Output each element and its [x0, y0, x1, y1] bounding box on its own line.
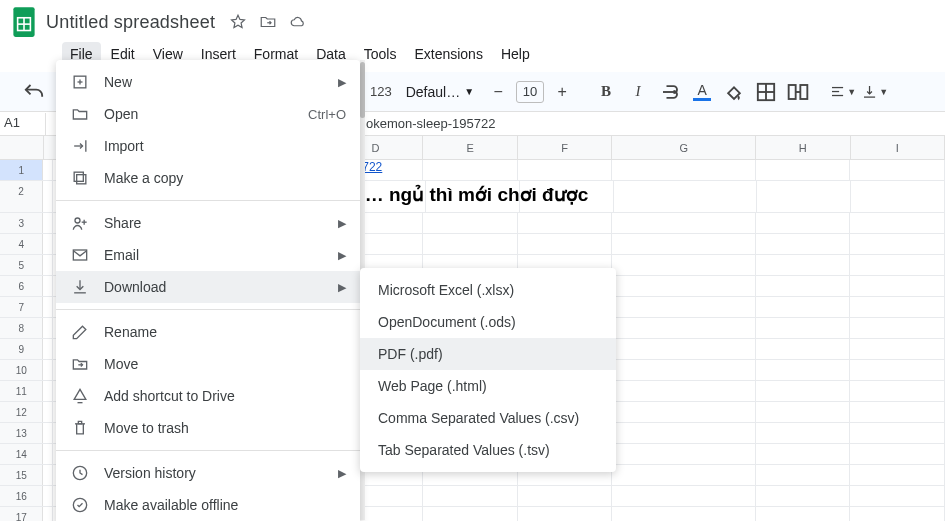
- row-header[interactable]: 4: [0, 234, 43, 254]
- submenu-item-xlsx[interactable]: Microsoft Excel (.xlsx): [360, 274, 616, 306]
- cell[interactable]: [756, 486, 851, 506]
- cell[interactable]: [423, 486, 518, 506]
- cell[interactable]: [850, 318, 945, 338]
- cell[interactable]: [43, 213, 53, 233]
- cell[interactable]: [426, 181, 520, 212]
- number-format-button[interactable]: 123: [366, 78, 396, 106]
- col-header[interactable]: E: [423, 136, 518, 159]
- cell[interactable]: [423, 213, 518, 233]
- move-folder-icon[interactable]: [259, 13, 277, 31]
- cell[interactable]: [612, 444, 756, 464]
- cell[interactable]: [43, 181, 53, 212]
- submenu-item-tsv[interactable]: Tab Separated Values (.tsv): [360, 434, 616, 466]
- submenu-item-html[interactable]: Web Page (.html): [360, 370, 616, 402]
- cell[interactable]: [756, 297, 851, 317]
- cell[interactable]: [43, 444, 53, 464]
- menu-item-offline[interactable]: Make available offline: [56, 489, 360, 521]
- col-header[interactable]: I: [851, 136, 946, 159]
- cell[interactable]: [43, 507, 53, 521]
- cell[interactable]: [850, 402, 945, 422]
- cell[interactable]: [518, 213, 613, 233]
- submenu-item-pdf[interactable]: PDF (.pdf): [360, 338, 616, 370]
- cell[interactable]: [756, 381, 851, 401]
- cell[interactable]: [850, 444, 945, 464]
- cell[interactable]: [756, 213, 851, 233]
- menu-item-move[interactable]: Move: [56, 348, 360, 380]
- col-header[interactable]: H: [756, 136, 851, 159]
- cell[interactable]: [423, 160, 518, 180]
- cell[interactable]: [43, 339, 53, 359]
- row-header[interactable]: 6: [0, 276, 43, 296]
- cell[interactable]: [520, 181, 614, 212]
- cell[interactable]: [850, 465, 945, 485]
- row-header[interactable]: 14: [0, 444, 43, 464]
- cell[interactable]: [612, 423, 756, 443]
- borders-button[interactable]: [752, 78, 780, 106]
- cell[interactable]: [851, 181, 945, 212]
- cell[interactable]: [756, 276, 851, 296]
- cell[interactable]: [612, 465, 756, 485]
- scrollbar-thumb[interactable]: [360, 62, 365, 118]
- menu-item-trash[interactable]: Move to trash: [56, 412, 360, 444]
- cell[interactable]: [757, 181, 851, 212]
- row-header[interactable]: 12: [0, 402, 43, 422]
- row-header[interactable]: 10: [0, 360, 43, 380]
- merge-cells-button[interactable]: [784, 78, 812, 106]
- cell[interactable]: [612, 402, 756, 422]
- submenu-item-csv[interactable]: Comma Separated Values (.csv): [360, 402, 616, 434]
- cell[interactable]: [43, 276, 53, 296]
- cell[interactable]: [850, 360, 945, 380]
- star-icon[interactable]: [229, 13, 247, 31]
- menu-item-add-shortcut[interactable]: Add shortcut to Drive: [56, 380, 360, 412]
- cell[interactable]: [612, 160, 756, 180]
- undo-button[interactable]: [20, 78, 48, 106]
- menu-extensions[interactable]: Extensions: [406, 42, 490, 66]
- name-box[interactable]: A1: [0, 113, 46, 135]
- cell[interactable]: [43, 423, 53, 443]
- cell[interactable]: [850, 276, 945, 296]
- cell[interactable]: [850, 423, 945, 443]
- vertical-align-button[interactable]: ▼: [860, 78, 888, 106]
- cell[interactable]: [43, 465, 53, 485]
- fill-color-button[interactable]: [720, 78, 748, 106]
- cell[interactable]: [614, 181, 757, 212]
- cell[interactable]: [756, 423, 851, 443]
- cell[interactable]: [756, 507, 851, 521]
- cell[interactable]: [612, 507, 756, 521]
- font-size-increase[interactable]: +: [548, 78, 576, 106]
- cell[interactable]: [43, 160, 53, 180]
- strikethrough-button[interactable]: [656, 78, 684, 106]
- cell[interactable]: [612, 234, 756, 254]
- cell[interactable]: [756, 360, 851, 380]
- cell[interactable]: [43, 255, 53, 275]
- cell[interactable]: [756, 255, 851, 275]
- font-size-decrease[interactable]: −: [484, 78, 512, 106]
- italic-button[interactable]: I: [624, 78, 652, 106]
- cell[interactable]: [43, 486, 53, 506]
- cell[interactable]: [850, 486, 945, 506]
- cell[interactable]: [43, 381, 53, 401]
- font-size-input[interactable]: 10: [516, 81, 544, 103]
- menu-item-rename[interactable]: Rename: [56, 316, 360, 348]
- menu-item-open[interactable]: OpenCtrl+O: [56, 98, 360, 130]
- cell[interactable]: [850, 297, 945, 317]
- cell[interactable]: [518, 234, 613, 254]
- cell[interactable]: [43, 402, 53, 422]
- cell[interactable]: [612, 486, 756, 506]
- cell[interactable]: [850, 213, 945, 233]
- menu-item-make-copy[interactable]: Make a copy: [56, 162, 360, 194]
- cell[interactable]: [850, 160, 945, 180]
- cell[interactable]: [850, 381, 945, 401]
- cell[interactable]: [612, 213, 756, 233]
- sheets-logo[interactable]: [10, 4, 38, 40]
- cell[interactable]: [43, 360, 53, 380]
- row-header[interactable]: 13: [0, 423, 43, 443]
- row-header[interactable]: 17: [0, 507, 43, 521]
- cell[interactable]: [850, 507, 945, 521]
- doc-title[interactable]: Untitled spreadsheet: [46, 12, 215, 33]
- row-header[interactable]: 9: [0, 339, 43, 359]
- menu-item-share[interactable]: Share▶: [56, 207, 360, 239]
- col-header[interactable]: F: [518, 136, 613, 159]
- menu-help[interactable]: Help: [493, 42, 538, 66]
- cell[interactable]: [850, 255, 945, 275]
